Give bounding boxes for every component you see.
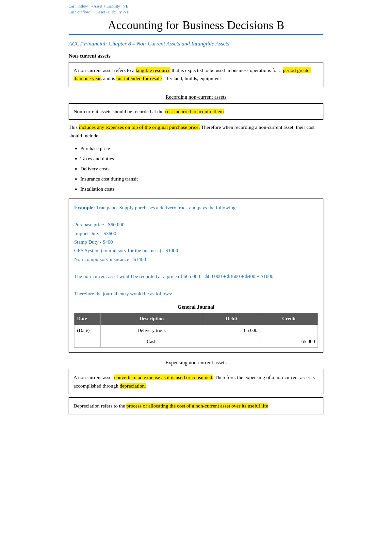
- list-item: Purchase price: [80, 143, 323, 153]
- example-box: Example: Tran paper Supply purchases a d…: [69, 199, 323, 353]
- box1-text4: – Ie: land, builds, equipment: [162, 76, 221, 81]
- page-title: Accounting for Business Decisions B: [69, 18, 323, 35]
- page-subtitle: ACCT Financial: Chapter 8 – Non-Current …: [69, 41, 323, 47]
- col-debit: Debit: [203, 313, 260, 325]
- box1-text-before: A non-current asset refers to a: [74, 67, 136, 73]
- journal-title: General Journal: [74, 303, 318, 311]
- body-text-before: This: [69, 124, 79, 130]
- list-item: Installation costs: [80, 184, 323, 194]
- top-legend: Cash Inflow - Asset + Liability +VE Cash…: [69, 3, 323, 15]
- box3-highlight2: depreciation.: [120, 383, 146, 389]
- cell-date-1: (Date): [74, 325, 101, 336]
- cell-debit-2: [203, 336, 260, 348]
- list-item: Taxes and duties: [80, 153, 323, 164]
- box4-text-before: Depreciation refers to the: [74, 403, 126, 408]
- list-item: Insurance cost during transit: [80, 174, 323, 184]
- example-item-4: Non-compulsory insurance - $1400: [74, 255, 318, 264]
- cell-credit-1: [260, 325, 318, 336]
- example-item-2: Stamp Duty - $400: [74, 238, 318, 246]
- recording-body-text: This includes any expenses on top of the…: [69, 123, 323, 140]
- body-highlight: includes any expenses on top of the orig…: [79, 124, 200, 130]
- box2-highlight: cost incurred to acquire them: [165, 109, 224, 114]
- cash-outflow-detail: + Asset - Liability -VE: [93, 9, 129, 15]
- example-calculation: The non-current asset would be recorded …: [74, 272, 318, 281]
- cell-date-2: [74, 336, 101, 348]
- journal-table: Date Description Debit Credit (Date) Del…: [74, 313, 318, 348]
- cell-desc-2: Cash: [101, 336, 203, 348]
- box1-text2: that is expected to be used in business …: [171, 67, 283, 73]
- cash-outflow-label: Cash outflow: [69, 9, 90, 15]
- example-journal-intro: Therefore the journal entry would be as …: [74, 289, 318, 298]
- cash-inflow-detail: - Asset + Liability +VE: [91, 3, 128, 9]
- box1-highlight3: not intended for resale: [116, 76, 162, 81]
- col-credit: Credit: [260, 313, 318, 325]
- cell-credit-2: 65 000: [260, 336, 318, 348]
- general-journal: General Journal Date Description Debit C…: [74, 303, 318, 348]
- col-date: Date: [74, 313, 101, 325]
- recording-heading: Recording non-current assets: [69, 94, 323, 100]
- cost-items-list: Purchase price Taxes and duties Delivery…: [80, 143, 323, 194]
- example-intro-text: Tran paper Supply purchases a delivery t…: [95, 205, 237, 210]
- example-intro: Example: Tran paper Supply purchases a d…: [74, 203, 318, 212]
- expensing-heading: Expensing non-current assets: [69, 360, 323, 366]
- box3-text-before: A non-current asset: [74, 374, 114, 380]
- box4-highlight: process of allocating the cost of a non-…: [126, 403, 268, 408]
- box3-highlight1: converts to an expense as it is used or …: [114, 374, 213, 380]
- definition-box: A non-current asset refers to a tangible…: [69, 62, 323, 87]
- example-item-3: GPS System (compulsory for the business)…: [74, 246, 318, 255]
- expensing-box2: Depreciation refers to the process of al…: [69, 397, 323, 414]
- box2-text-before: Non-current assets should be recorded at…: [74, 109, 165, 114]
- table-row: (Date) Delivery truck 65 000: [74, 325, 318, 336]
- cost-incurred-box: Non-current assets should be recorded at…: [69, 103, 323, 120]
- example-item-0: Purchase price - $60 000: [74, 220, 318, 229]
- example-label: Example:: [74, 205, 95, 210]
- cell-debit-1: 65 000: [203, 325, 260, 336]
- box1-highlight1: tangible resource: [136, 67, 170, 73]
- example-item-1: Import Duty - $3600: [74, 229, 318, 238]
- list-item: Delivery costs: [80, 164, 323, 174]
- col-description: Description: [101, 313, 203, 325]
- section-heading-noncurrent: Non-current assets: [69, 53, 323, 59]
- box1-text3: , and is: [101, 76, 116, 81]
- expensing-box1: A non-current asset converts to an expen…: [69, 369, 323, 394]
- cash-inflow-label: Cash Inflow: [69, 3, 88, 9]
- table-row: Cash 65 000: [74, 336, 318, 348]
- cell-desc-1: Delivery truck: [101, 325, 203, 336]
